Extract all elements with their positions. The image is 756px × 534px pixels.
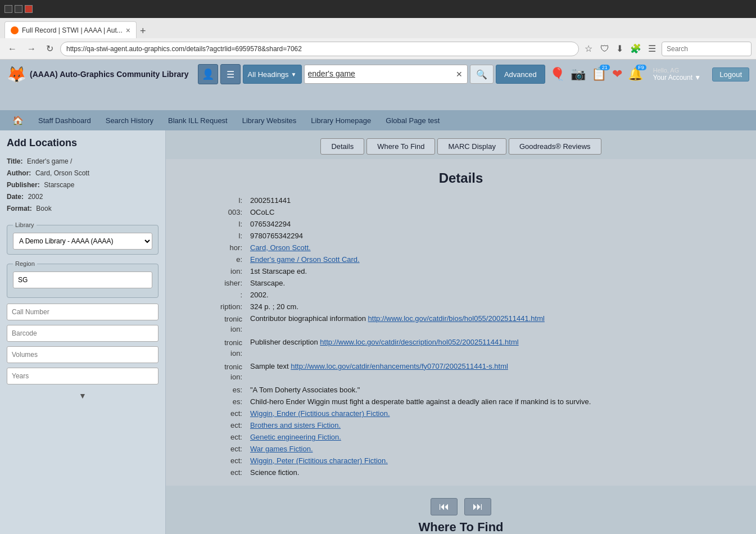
balloon-icon-button[interactable]: 🎈 [550, 67, 565, 82]
pub-desc-link[interactable]: http://www.loc.gov/catdir/description/ho… [320, 338, 518, 346]
list-icon-button[interactable]: 📋 21 [591, 67, 606, 82]
nav-links-bar: 🏠 Staff Dashboard Search History Blank I… [0, 110, 756, 130]
sample-text-link[interactable]: http://www.loc.gov/catdir/enhancements/f… [291, 362, 508, 370]
detail-key-16: ect: [183, 421, 250, 429]
forward-button[interactable]: → [24, 43, 39, 55]
contrib-bio-link[interactable]: http://www.loc.gov/catdir/bios/hol055/20… [368, 314, 545, 323]
detail-row-13: es: "A Tom Doherty Associates book." [183, 386, 739, 394]
detail-val-2: 0765342294 [250, 220, 739, 228]
search-go-button[interactable]: 🔍 [470, 65, 494, 84]
bell-badge: F9 [636, 65, 646, 70]
where-prev-button[interactable]: ⏮ [431, 498, 458, 515]
sidebar-title: Add Locations [7, 137, 159, 149]
detail-key-20: ect: [183, 468, 250, 477]
maximize-button[interactable] [15, 5, 22, 13]
library-websites-link[interactable]: Library Websites [236, 114, 304, 127]
new-tab-button[interactable]: + [137, 25, 150, 37]
detail-key-10: tronicion: [183, 314, 250, 334]
record-tabs: Details Where To Find MARC Display Goodr… [166, 130, 756, 159]
minimize-button[interactable] [4, 5, 12, 13]
extensions-icon[interactable]: 🧩 [628, 42, 644, 55]
details-title: Details [183, 170, 739, 186]
detail-key-13: es: [183, 386, 250, 394]
region-fieldset: Region [7, 260, 159, 298]
staff-dashboard-link[interactable]: Staff Dashboard [31, 114, 98, 127]
tab-favicon [11, 26, 19, 34]
detail-val-18[interactable]: War games Fiction. [250, 445, 739, 453]
detail-row-6: ion: 1st Starscape ed. [183, 267, 739, 275]
detail-row-10: tronicion: Contributor biographical info… [183, 314, 739, 334]
tab-marc-display[interactable]: MARC Display [437, 138, 506, 155]
where-next-button[interactable]: ⏭ [464, 498, 491, 515]
region-legend: Region [13, 260, 37, 267]
search-history-link[interactable]: Search History [99, 114, 160, 127]
browser-search-input[interactable] [662, 42, 752, 56]
search-type-dropdown[interactable]: All Headings ▼ [243, 65, 302, 84]
tab-goodreads-reviews[interactable]: Goodreads® Reviews [509, 138, 601, 155]
blank-ill-request-link[interactable]: Blank ILL Request [161, 114, 234, 127]
download-icon[interactable]: ⬇ [614, 42, 626, 55]
detail-val-14: Child-hero Ender Wiggin must fight a des… [250, 397, 739, 406]
detail-val-4[interactable]: Card, Orson Scott. [250, 243, 739, 252]
detail-row-15: ect: Wiggin, Ender (Fictitious character… [183, 409, 739, 418]
logout-button[interactable]: Logout [712, 67, 749, 82]
bookmark-icon[interactable]: ☆ [582, 42, 595, 55]
details-section: Details l: 2002511441 003: OCoLC l: 0765… [166, 159, 756, 486]
detail-row-1: 003: OCoLC [183, 208, 739, 216]
window-controls [4, 5, 33, 13]
detail-val-10: Contributor biographical information htt… [250, 314, 739, 323]
stack-icon[interactable]: ☰ [220, 64, 241, 84]
url-bar[interactable] [60, 42, 579, 56]
region-input[interactable] [13, 271, 152, 288]
shield-icon: 🛡 [598, 43, 612, 55]
detail-key-6: ion: [183, 267, 250, 275]
heart-icon-button[interactable]: ❤ [612, 67, 622, 82]
close-button[interactable] [25, 5, 33, 13]
library-fieldset: Library A Demo Library - AAAA (AAAA) [7, 221, 159, 255]
tab-where-to-find[interactable]: Where To Find [366, 138, 435, 155]
detail-key-19: ect: [183, 456, 250, 465]
detail-val-15[interactable]: Wiggin, Ender (Fictitious character) Fic… [250, 409, 739, 418]
detail-row-19: ect: Wiggin, Peter (Fictitious character… [183, 456, 739, 465]
hello-text: Hello, AG [653, 67, 679, 74]
barcode-input[interactable] [7, 325, 159, 342]
active-tab[interactable]: Full Record | STWI | AAAA | Aut... × [4, 21, 137, 38]
scroll-down-indicator[interactable]: ▼ [7, 389, 159, 402]
library-homepage-link[interactable]: Library Homepage [304, 114, 378, 127]
publisher-field-row: Publisher: Starscape [7, 180, 159, 189]
format-field-row: Format: Book [7, 204, 159, 212]
camera-icon-button[interactable]: 📷 [571, 67, 586, 82]
search-clear-button[interactable]: ✕ [455, 70, 464, 79]
user-icon[interactable]: 👤 [198, 64, 218, 84]
heart-icon: ❤ [612, 67, 622, 82]
detail-key-12: tronicion: [183, 362, 250, 382]
detail-key-4: hor: [183, 243, 250, 252]
search-input[interactable] [308, 69, 455, 79]
detail-val-17[interactable]: Genetic engineering Fiction. [250, 433, 739, 441]
advanced-search-button[interactable]: Advanced [496, 65, 545, 84]
bell-icon-button[interactable]: 🔔 F9 [628, 67, 643, 82]
tab-details[interactable]: Details [320, 138, 364, 155]
tab-close-icon[interactable]: × [126, 26, 130, 35]
detail-val-3: 9780765342294 [250, 232, 739, 240]
author-value: Card, Orson Scott [35, 169, 89, 177]
back-button[interactable]: ← [4, 43, 20, 55]
topbar-icons: 🎈 📷 📋 21 ❤ 🔔 F9 Hello, AG [550, 67, 749, 82]
detail-row-14: es: Child-hero Ender Wiggin must fight a… [183, 397, 739, 406]
detail-val-5[interactable]: Ender's game / Orson Scott Card. [250, 255, 739, 264]
detail-val-16[interactable]: Brothers and sisters Fiction. [250, 421, 739, 429]
home-nav-button[interactable]: 🏠 [6, 113, 30, 128]
detail-row-16: ect: Brothers and sisters Fiction. [183, 421, 739, 429]
library-select[interactable]: A Demo Library - AAAA (AAAA) [13, 233, 152, 250]
detail-val-19[interactable]: Wiggin, Peter (Fictitious character) Fic… [250, 456, 739, 465]
call-number-input[interactable] [7, 304, 159, 320]
sample-text-label: Sample text [250, 362, 291, 370]
menu-icon[interactable]: ☰ [646, 42, 658, 55]
publisher-value: Starscape [44, 181, 74, 189]
years-input[interactable] [7, 368, 159, 384]
volumes-input[interactable] [7, 346, 159, 363]
global-page-test-link[interactable]: Global Page test [379, 114, 446, 127]
list-badge: 21 [600, 65, 610, 70]
reload-button[interactable]: ↻ [43, 42, 57, 55]
account-link[interactable]: Your Account ▼ [653, 74, 701, 82]
